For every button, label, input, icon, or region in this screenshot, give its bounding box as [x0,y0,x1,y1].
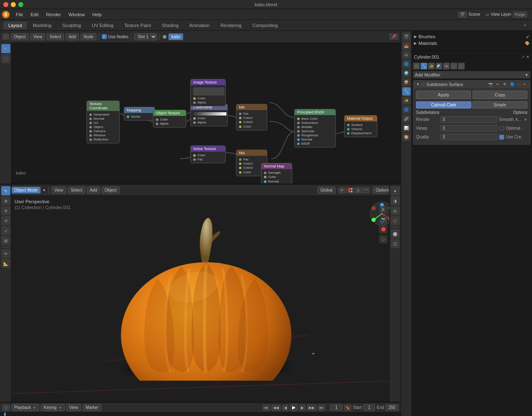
node-material-output[interactable]: Material Output Surface Volume Displacem… [344,115,377,137]
modifier-up-btn[interactable]: ↑ [517,82,521,87]
node-menu[interactable]: Node [81,33,96,40]
slot-selector[interactable]: Slot 1 [134,33,157,40]
move-tool-btn[interactable]: ✛ [1,206,10,215]
frame-marker-btn[interactable]: 🔖 [344,405,351,411]
timeline-type-icon[interactable]: ⏱ [2,405,10,411]
node-principled[interactable]: Principled BSDF Base Color Subsurface Me… [294,109,336,148]
keying-menu[interactable]: Keying ▼ [41,404,64,411]
node-normal-map[interactable]: Normal Map Strength Color Normal [261,163,292,184]
marker-menu[interactable]: Marker [83,404,101,411]
material-name[interactable]: kabo [168,33,183,40]
add-menu[interactable]: Add [66,33,79,40]
current-frame-input[interactable] [330,404,342,411]
modifier-camera-btn[interactable]: 📷 [487,82,494,87]
modifier-prop-icon[interactable]: 🔧 [402,87,411,96]
camera-view-btn[interactable]: 📷 [379,215,387,224]
pin-icon[interactable]: 📌 [389,34,398,39]
use-crease-checkbox[interactable]: ✓ [499,135,504,140]
editor-type-icon[interactable]: ⬡ [2,34,9,39]
maximize-button[interactable] [18,2,23,7]
catmull-clark-tab[interactable]: Catmull-Clark [416,101,471,108]
close-button[interactable] [3,2,8,7]
scale-tool-btn[interactable]: ⤢ [1,226,10,235]
material-prop-icon[interactable]: 🎨 [402,133,411,141]
viewport-shading-solid[interactable]: ◎ [391,206,400,215]
menu-render[interactable]: Render [43,11,64,18]
end-frame-input[interactable] [386,404,398,411]
data-prop-icon[interactable]: 📊 [402,124,411,132]
viewport-pie-btn[interactable]: ⬡ [379,235,387,244]
mod-icon-1[interactable]: ⬡ [413,63,420,69]
node-noise-texture[interactable]: Noise Texture Color Fac [190,145,226,163]
tab-texture-paint[interactable]: Texture Paint [119,22,156,29]
mod-icon-7[interactable]: ⬚ [458,63,465,69]
use-nodes-toggle[interactable]: ✓ Use Nodes [102,34,128,39]
viewport-shading-material[interactable]: ◑ [391,196,400,205]
menu-help[interactable]: Help [89,11,105,18]
world-prop-icon[interactable]: 🌍 [402,69,411,77]
physics-prop-icon[interactable]: 🌀 [402,106,411,114]
brushes-row[interactable]: ▶ Brushes 🖌 [414,33,530,40]
tab-modeling[interactable]: Modeling [28,22,57,29]
node-mix1[interactable]: Mix Fac Color1 Color2 Color [236,104,267,130]
toggle-xray-btn[interactable]: ◫ [391,239,400,248]
menu-window[interactable]: Window [65,11,88,18]
mod-icon-6[interactable]: ↔ [451,63,457,69]
node-colorramp[interactable]: ColorRamp Color Alpha [190,104,228,126]
viewport-shading-rendered[interactable]: ● [391,186,400,195]
expand-icon[interactable]: ⤢ [522,55,525,59]
tab-animation[interactable]: Animation [185,22,215,29]
mod-icon-3[interactable]: ✨ [428,63,435,69]
object-menu[interactable]: Object [11,33,29,40]
output-prop-icon[interactable]: 📤 [402,42,411,50]
next-keyframe-btn[interactable]: ▶ [299,405,305,411]
modifier-delete-btn[interactable]: ✕ [522,82,527,87]
particles-prop-icon[interactable]: ✨ [402,96,411,105]
tab-uv-editing[interactable]: UV Editing [87,22,118,29]
viewport-shading-wireframe[interactable]: ⬡ [391,216,400,225]
cursor-tool-btn[interactable]: ⊕ [1,196,10,205]
select-menu[interactable]: Select [47,33,64,40]
next-frame-btn[interactable]: ▶▶ [307,405,316,411]
add-workspace-button[interactable]: + [521,22,529,28]
node-object-texture[interactable]: Object Texture Color Alpha [153,110,186,128]
node-texture-coordinate[interactable]: Texture Coordinate Generated Normal UV O… [86,101,120,143]
timeline-ruler[interactable]: 20 40 60 80 100 120 140 160 180 200 220 … [0,413,401,416]
annotate-tool-btn[interactable]: ✏ [1,249,10,258]
render-input[interactable] [441,116,498,123]
node-canvas[interactable]: Texture Coordinate Generated Normal UV O… [12,42,401,184]
tab-sculpting[interactable]: Sculpting [57,22,86,29]
apply-button[interactable]: Apply [416,91,471,99]
object-prop-icon[interactable]: 📦 [402,78,411,86]
view-menu-timeline[interactable]: View [66,404,81,411]
jump-end-btn[interactable]: ⏭ [318,405,325,411]
tab-shading[interactable]: Shading [157,22,183,29]
tab-compositing[interactable]: Compositing [247,22,283,29]
view-menu[interactable]: View [30,33,45,40]
node-image-texture1[interactable]: Image Texture Color Alpha [190,79,226,106]
tab-rendering[interactable]: Rendering [215,22,246,29]
modifier-render-btn[interactable]: 🔵 [509,82,516,87]
use-nodes-checkbox[interactable]: ✓ [102,34,107,39]
render-preview-btn[interactable]: 🔴 [379,225,387,234]
optimal-checkbox[interactable] [499,126,504,131]
prev-frame-btn[interactable]: ◀◀ [271,405,281,411]
scene-icon[interactable]: 🎬 [458,12,467,17]
rotate-tool-btn[interactable]: ↺ [1,216,10,225]
node-mapping[interactable]: Mapping Vector [124,107,155,121]
scene-prop-icon[interactable]: 🌐 [402,60,411,68]
simple-tab[interactable]: Simple [472,101,527,108]
box-select-tool[interactable]: ⬚ [1,54,10,63]
transform-tool-btn[interactable]: ⊞ [1,236,10,245]
render-button[interactable]: Purge [513,12,527,17]
playback-menu[interactable]: Playback ▼ [11,404,39,411]
play-btn[interactable]: ▶ [290,404,298,411]
quality-input[interactable] [441,134,498,140]
measure-tool-btn[interactable]: 📐 [1,259,10,268]
materials-row[interactable]: ▶ Materials 🎨 [414,40,530,47]
menu-edit[interactable]: Edit [27,11,42,18]
select-tool[interactable]: ↖ [1,44,10,53]
minimize-button[interactable] [11,2,16,7]
modifier-expand-arrow[interactable]: ▼ [416,82,420,86]
start-frame-input[interactable] [363,404,375,411]
